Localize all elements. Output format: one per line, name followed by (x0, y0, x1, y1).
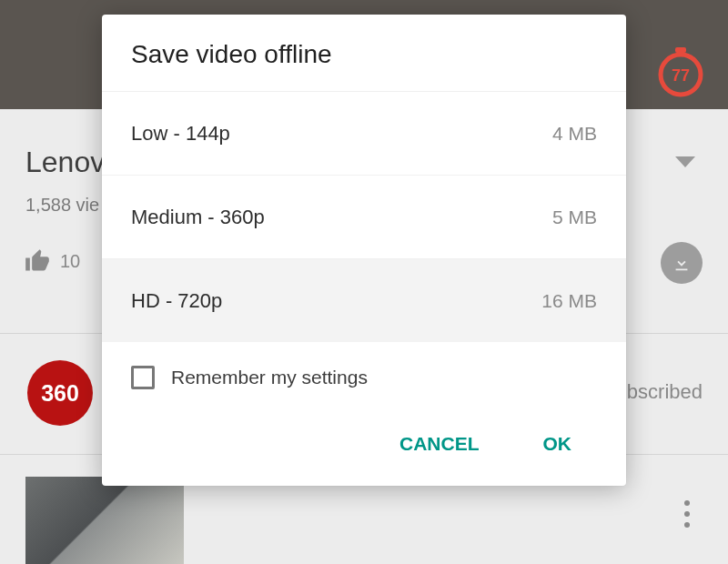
ok-button[interactable]: OK (534, 426, 581, 462)
quality-size: 16 MB (541, 290, 597, 312)
quality-label: Low - 144p (131, 122, 230, 146)
cancel-button[interactable]: Cancel (390, 426, 489, 462)
quality-label: HD - 720p (131, 289, 222, 313)
quality-option-medium[interactable]: Medium - 360p 5 MB (102, 175, 626, 258)
dialog-actions: Cancel OK (102, 409, 626, 486)
save-offline-dialog: Save video offline Low - 144p 4 MB Mediu… (102, 15, 626, 486)
quality-label: Medium - 360p (131, 206, 265, 229)
quality-size: 5 MB (552, 206, 597, 228)
quality-option-hd[interactable]: HD - 720p 16 MB (102, 258, 626, 342)
quality-option-low[interactable]: Low - 144p 4 MB (102, 91, 626, 175)
quality-size: 4 MB (552, 123, 597, 145)
remember-label: Remember my settings (171, 367, 368, 388)
remember-settings-row[interactable]: Remember my settings (102, 342, 626, 409)
remember-checkbox[interactable] (131, 366, 155, 389)
dialog-title: Save video offline (102, 15, 626, 91)
